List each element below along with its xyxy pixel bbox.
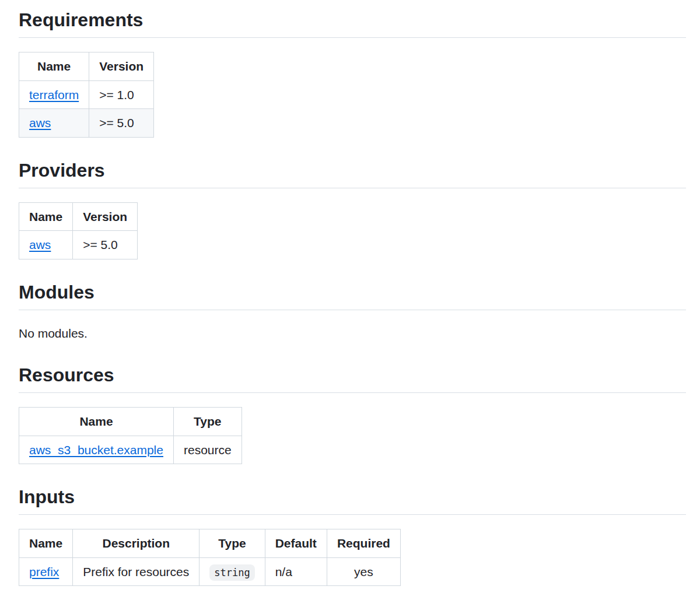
requirement-version-cell: >= 1.0 xyxy=(89,80,154,109)
table-row: prefix Prefix for resources string n/a y… xyxy=(19,557,401,586)
inputs-table: Name Description Type Default Required p… xyxy=(19,529,401,586)
providers-header-row: Name Version xyxy=(19,202,138,231)
requirements-col-name: Name xyxy=(19,52,89,81)
inputs-col-type: Type xyxy=(200,529,265,558)
modules-heading: Modules xyxy=(19,280,686,310)
requirement-name-cell: aws xyxy=(19,109,89,138)
requirements-col-version: Version xyxy=(89,52,154,81)
terraform-requirement-link[interactable]: terraform xyxy=(29,88,79,101)
resources-col-name: Name xyxy=(19,408,174,436)
input-default-cell: n/a xyxy=(265,557,327,586)
resource-type-cell: resource xyxy=(173,436,242,464)
providers-col-version: Version xyxy=(73,202,138,231)
inputs-header-row: Name Description Type Default Required xyxy=(19,529,401,558)
requirement-version-cell: >= 5.0 xyxy=(89,109,154,138)
aws-s3-bucket-example-link[interactable]: aws_s3_bucket.example xyxy=(29,443,163,457)
table-row: aws >= 5.0 xyxy=(19,109,154,138)
input-name-cell: prefix xyxy=(19,557,73,586)
aws-provider-link[interactable]: aws xyxy=(29,238,51,251)
inputs-heading: Inputs xyxy=(19,485,686,515)
inputs-col-required: Required xyxy=(327,529,400,558)
no-modules-text: No modules. xyxy=(19,324,686,343)
providers-col-name: Name xyxy=(19,202,73,231)
requirements-heading: Requirements xyxy=(19,8,686,38)
providers-table: Name Version aws >= 5.0 xyxy=(19,202,138,259)
resources-heading: Resources xyxy=(19,363,686,393)
providers-heading: Providers xyxy=(19,159,686,188)
requirements-header-row: Name Version xyxy=(19,52,154,81)
input-description-cell: Prefix for resources xyxy=(73,557,200,586)
prefix-input-link[interactable]: prefix xyxy=(29,565,59,578)
input-type-cell: string xyxy=(200,557,265,586)
table-row: terraform >= 1.0 xyxy=(19,80,154,109)
type-code-badge: string xyxy=(209,564,254,581)
requirements-table: Name Version terraform >= 1.0 aws >= 5.0 xyxy=(19,52,154,138)
table-row: aws_s3_bucket.example resource xyxy=(19,436,242,464)
inputs-col-description: Description xyxy=(73,529,200,558)
resource-name-cell: aws_s3_bucket.example xyxy=(19,436,174,464)
table-row: aws >= 5.0 xyxy=(19,231,138,259)
requirement-name-cell: terraform xyxy=(19,80,89,109)
aws-requirement-link[interactable]: aws xyxy=(29,116,51,129)
terraform-docs-page: Requirements Name Version terraform >= 1… xyxy=(0,0,700,593)
inputs-col-default: Default xyxy=(265,529,327,558)
resources-col-type: Type xyxy=(173,408,242,436)
provider-version-cell: >= 5.0 xyxy=(73,231,138,259)
resources-table: Name Type aws_s3_bucket.example resource xyxy=(19,407,242,464)
input-required-cell: yes xyxy=(327,557,400,586)
resources-header-row: Name Type xyxy=(19,408,242,436)
provider-name-cell: aws xyxy=(19,231,73,259)
inputs-col-name: Name xyxy=(19,529,73,558)
